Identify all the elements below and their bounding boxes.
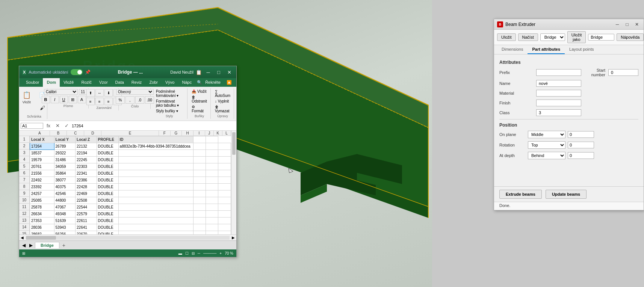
table-cell[interactable] — [206, 224, 218, 231]
excel-restore-button[interactable]: □ — [215, 68, 223, 76]
bold-button[interactable]: B — [42, 96, 50, 103]
font-family-select[interactable]: Calibri — [44, 89, 78, 95]
table-cell[interactable] — [118, 211, 193, 218]
table-cell[interactable] — [206, 204, 218, 211]
col-header-E[interactable]: E — [101, 131, 159, 136]
horizontal-scrollbar-area[interactable]: ◀ ▶ — [19, 234, 236, 240]
table-cell[interactable] — [118, 218, 193, 224]
row-header-7[interactable]: 7 — [19, 177, 29, 183]
table-cell[interactable]: 22132 — [76, 143, 97, 150]
table-cell[interactable] — [118, 170, 193, 177]
percent-button[interactable]: % — [116, 96, 125, 104]
ribbon-tab-reviz[interactable]: Reviz — [128, 78, 146, 87]
cell-styles-button[interactable]: Styly buňky ▾ — [154, 109, 184, 113]
on-plane-dropdown[interactable]: Middle Left Right — [528, 131, 565, 138]
table-cell[interactable]: 44800 — [54, 197, 76, 204]
table-cell[interactable] — [206, 190, 218, 197]
col-header-G[interactable]: G — [171, 131, 182, 136]
table-cell[interactable] — [193, 143, 206, 150]
ribbon-btn-format-painter[interactable]: 🖌 — [36, 102, 49, 114]
excel-view-layout[interactable]: ☐ — [185, 251, 189, 255]
excel-zoom-decrease[interactable]: ─ — [198, 251, 200, 255]
be-tab-layout-points[interactable]: Layout points — [565, 45, 598, 54]
horizontal-scroll-thumb[interactable] — [26, 236, 56, 240]
col-header-J[interactable]: J — [205, 131, 214, 136]
align-middle-button[interactable]: ↔ — [95, 89, 104, 97]
table-cell[interactable] — [193, 163, 206, 170]
table-cell[interactable] — [193, 170, 206, 177]
table-cell[interactable]: 27353 — [30, 218, 54, 224]
table-cell[interactable] — [218, 184, 231, 190]
table-cell[interactable] — [218, 150, 231, 157]
scroll-thumb[interactable] — [232, 132, 236, 155]
table-cell[interactable] — [206, 163, 218, 170]
table-cell[interactable] — [118, 204, 193, 211]
beam-extruder-restore-button[interactable]: □ — [623, 21, 631, 28]
align-right-button[interactable]: ≡ — [104, 98, 113, 105]
at-depth-dropdown[interactable]: Behind Front Middle — [528, 152, 565, 159]
col-header-C[interactable]: C — [67, 131, 84, 136]
prefix-input[interactable] — [536, 69, 581, 76]
scroll-left-button[interactable]: ◀ — [19, 236, 25, 240]
table-cell[interactable]: 26634 — [30, 211, 54, 218]
name-input[interactable] — [536, 80, 581, 87]
format-as-table-button[interactable]: Formátovat jako tabulku ▾ — [154, 99, 184, 108]
table-cell[interactable]: 29322 — [54, 150, 76, 157]
table-cell[interactable] — [193, 224, 206, 231]
table-cell[interactable]: 24257 — [30, 190, 54, 197]
row-header-3[interactable]: 3 — [19, 150, 29, 156]
row-header-14[interactable]: 14 — [19, 224, 29, 231]
thousands-button[interactable]: , — [125, 96, 135, 104]
underline-button[interactable]: U — [60, 96, 68, 103]
table-cell[interactable]: 53943 — [54, 224, 76, 231]
number-format-select[interactable]: Obecný — [116, 89, 154, 95]
be-load-button[interactable]: Načíst — [518, 33, 538, 41]
table-cell[interactable] — [206, 150, 218, 157]
table-cell[interactable] — [118, 150, 193, 157]
italic-button[interactable]: I — [51, 96, 59, 103]
table-cell[interactable]: 22428 — [76, 184, 97, 190]
table-cell[interactable]: 49348 — [54, 211, 76, 218]
table-cell[interactable]: DOUBLE — [97, 184, 118, 190]
table-cell[interactable]: 56256 — [54, 231, 76, 235]
table-cell[interactable] — [218, 177, 231, 184]
table-cell[interactable] — [218, 163, 231, 170]
be-save-button[interactable]: Uložit — [497, 33, 516, 41]
ribbon-tab-dom[interactable]: Dom — [43, 78, 59, 87]
table-cell[interactable]: 40375 — [54, 184, 76, 190]
table-cell[interactable]: a8832e3b-73f4-44bb-9394-387351dddcea — [118, 143, 193, 150]
table-cell[interactable] — [206, 231, 218, 235]
table-cell[interactable] — [193, 211, 206, 218]
table-cell[interactable]: 47067 — [54, 204, 76, 211]
table-cell[interactable] — [218, 211, 231, 218]
ribbon-tab-rozlč[interactable]: Rozlč — [77, 78, 95, 87]
beam-extruder-minimize-button[interactable]: ─ — [614, 21, 621, 28]
col-header-A[interactable]: A — [30, 131, 50, 136]
table-cell[interactable] — [218, 190, 231, 197]
row-header-8[interactable]: 8 — [19, 183, 29, 190]
col-header-I[interactable]: I — [194, 131, 205, 136]
row-header-9[interactable]: 9 — [19, 190, 29, 197]
table-cell[interactable]: DOUBLE — [97, 231, 118, 235]
update-beams-button[interactable]: Update beams — [546, 190, 587, 199]
excel-zoom-slider[interactable]: ───── — [203, 251, 216, 255]
table-cell[interactable] — [206, 197, 218, 204]
format-cells-button[interactable]: ⚙ Formát — [190, 104, 209, 113]
table-cell[interactable] — [193, 204, 206, 211]
ribbon-tab-nápc[interactable]: Nápc — [178, 78, 195, 87]
fill-button[interactable]: ↓ Vyplnit — [213, 99, 232, 104]
table-cell[interactable] — [118, 231, 193, 235]
table-cell[interactable]: 51639 — [54, 218, 76, 224]
col-header-D[interactable]: D — [84, 131, 101, 136]
col-header-F[interactable]: F — [159, 131, 171, 136]
table-cell[interactable] — [206, 177, 218, 184]
table-cell[interactable] — [218, 170, 231, 177]
table-cell[interactable]: 31486 — [54, 157, 76, 163]
table-cell[interactable] — [206, 143, 218, 150]
excel-zoom-increase[interactable]: + — [219, 251, 222, 255]
table-cell[interactable]: DOUBLE — [97, 218, 118, 224]
ribbon-tab-vlože[interactable]: Vložě — [60, 78, 78, 87]
table-cell[interactable]: 38077 — [54, 177, 76, 184]
be-tab-dimensions[interactable]: Dimensions — [497, 45, 528, 54]
table-cell[interactable] — [193, 197, 206, 204]
